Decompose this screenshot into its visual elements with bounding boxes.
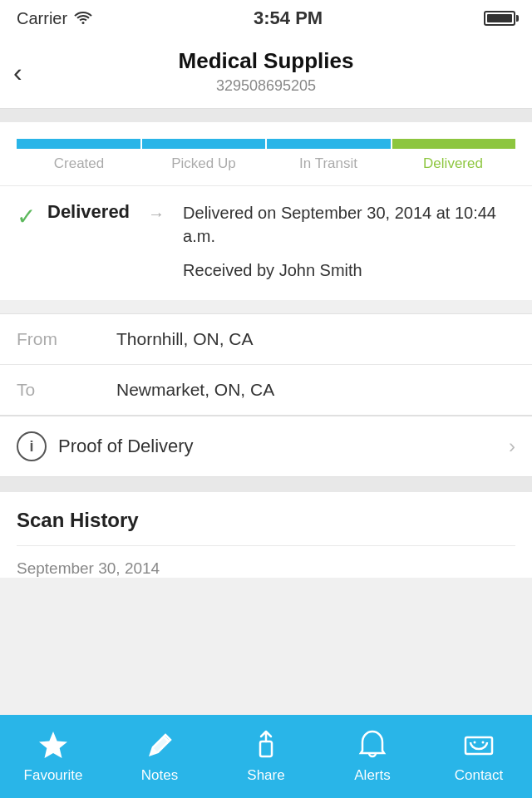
from-label: From [17,329,116,349]
notes-icon [143,729,176,762]
from-row: From Thornhill, ON, CA [0,314,532,364]
pod-label: Proof of Delivery [58,436,509,457]
progress-section: Created Picked Up In Transit Delivered [0,122,532,185]
scan-history-section: Scan History September 30, 2014 [0,492,532,578]
label-delivered: Delivered [391,155,515,172]
tab-favourite[interactable]: Favourite [0,715,106,798]
info-icon: i [17,431,47,461]
tracking-number: 329508695205 [50,77,482,95]
tab-bar: Favourite Notes Share Alerts [0,715,532,798]
chevron-right-icon: › [509,435,515,458]
battery-indicator [484,11,515,26]
scan-history-partial: September 30, 2014 [17,546,515,578]
page-header: ‹ Medical Supplies 329508695205 [0,37,532,109]
tab-alerts[interactable]: Alerts [319,715,426,798]
back-button[interactable]: ‹ [13,59,22,86]
tab-share-label: Share [247,767,284,784]
alerts-icon [356,729,389,762]
tab-notes-label: Notes [141,767,178,784]
share-icon [249,729,283,762]
label-intransit: In Transit [266,155,391,172]
progress-step-pickedup [142,139,266,149]
scan-history-title: Scan History [17,509,515,546]
label-created: Created [17,155,141,172]
time-display: 3:54 PM [254,7,323,29]
top-divider [0,109,532,122]
from-to-section: From Thornhill, ON, CA To Newmarket, ON,… [0,313,532,416]
svg-rect-0 [260,741,272,756]
delivered-status-label: Delivered [47,201,130,223]
from-value: Thornhill, ON, CA [116,329,254,349]
svg-point-2 [482,741,485,744]
tab-share[interactable]: Share [213,715,319,798]
page-title: Medical Supplies [50,48,482,74]
progress-step-delivered [392,139,516,149]
checkmark-icon: ✓ [17,203,36,230]
tab-contact-label: Contact [455,767,504,784]
delivery-status-row: ✓ Delivered → Delivered on September 30,… [17,201,515,280]
delivery-details: Delivered on September 30, 2014 at 10:44… [183,201,515,280]
tab-alerts-label: Alerts [354,767,390,784]
status-bar: Carrier 3:54 PM [0,0,532,37]
proof-of-delivery-row[interactable]: i Proof of Delivery › [0,416,532,476]
carrier-text: Carrier [17,9,67,28]
tab-favourite-label: Favourite [24,767,83,784]
delivery-info: ✓ Delivered → Delivered on September 30,… [0,185,532,300]
contact-icon [462,729,495,762]
favourite-icon [37,729,70,762]
svg-point-1 [474,741,476,744]
progress-step-intransit [267,139,391,149]
tab-contact[interactable]: Contact [426,715,532,798]
progress-step-created [17,139,140,149]
to-label: To [17,380,116,400]
delivery-date: Delivered on September 30, 2014 at 10:44… [183,201,515,248]
arrow-icon: → [148,204,165,224]
proof-of-delivery-section: i Proof of Delivery › [0,416,532,477]
wifi-icon [74,9,92,28]
progress-bar [17,139,515,149]
section-divider [0,477,532,492]
to-row: To Newmarket, ON, CA [0,364,532,415]
carrier-wifi: Carrier [17,9,92,28]
tab-notes[interactable]: Notes [106,715,213,798]
to-value: Newmarket, ON, CA [116,380,274,400]
progress-labels: Created Picked Up In Transit Delivered [17,155,515,185]
label-pickedup: Picked Up [141,155,266,172]
received-by: Received by John Smith [183,261,515,280]
